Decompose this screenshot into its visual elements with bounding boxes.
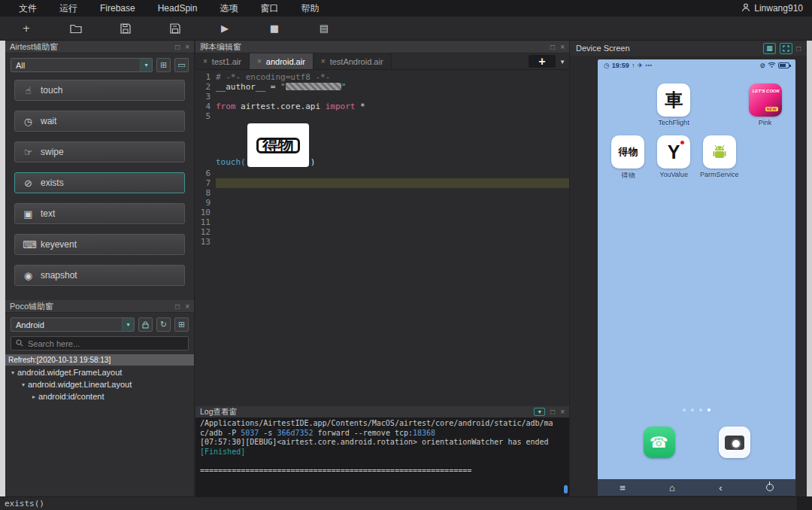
airtest-exists-button[interactable]: ⊘exists (14, 172, 185, 193)
dewu-app-icon[interactable]: 得物 (611, 135, 644, 168)
toolbar-new-script-button[interactable]: + (18, 21, 35, 36)
camera-app-icon[interactable] (719, 427, 750, 458)
editor-tab-testAndroid.air[interactable]: ×testAndroid.air (314, 53, 392, 69)
code-line[interactable]: 3 (195, 92, 569, 102)
code-line[interactable]: 4from airtest.core.api import * (195, 102, 569, 111)
code-line[interactable]: 8 (195, 188, 569, 198)
float-panel-icon[interactable]: □ (550, 43, 555, 51)
editor-tab-test1.air[interactable]: ×test1.air (195, 53, 250, 69)
code-line[interactable]: 13 (195, 237, 569, 247)
toolbar-save-button[interactable] (117, 21, 134, 36)
nav-back-icon[interactable]: ‹ (719, 482, 722, 493)
chevron-down-icon[interactable]: ▾ (8, 369, 17, 376)
close-panel-icon[interactable]: × (560, 408, 565, 416)
code-line[interactable]: 7 (195, 178, 569, 188)
float-panel-icon[interactable]: □ (175, 302, 180, 311)
phone-app-icon[interactable]: ☎ (644, 427, 675, 458)
airtest-keyevent-button[interactable]: ⌨keyevent (14, 234, 185, 255)
menu-item-6[interactable]: 帮助 (289, 0, 330, 17)
poco-refresh-row[interactable]: Refresh:[2020-10-13 19:58:13] (5, 354, 194, 366)
menu-item-4[interactable]: 选项 (208, 0, 249, 17)
app-android[interactable]: ParmService (697, 135, 743, 181)
code-line[interactable]: 11 (195, 217, 569, 227)
window-scrollbar-right[interactable] (807, 41, 812, 496)
toolbar-show-log-button[interactable]: ▤ (316, 21, 332, 36)
airtest-swipe-button[interactable]: ☞swipe (14, 141, 185, 162)
poco-mode-select[interactable]: Android ▾ (11, 317, 135, 332)
close-panel-icon[interactable]: × (560, 43, 565, 51)
close-panel-icon[interactable]: × (185, 43, 189, 51)
menu-item-2[interactable]: Firebase (89, 0, 147, 17)
log-output[interactable]: /Applications/AirtestIDE.app/Contents/Ma… (195, 417, 569, 496)
airtest-insert-snippet-button[interactable]: ⊞ (156, 58, 171, 72)
toolbar-save-as-button[interactable] (167, 21, 183, 36)
chevron-right-icon[interactable]: ▸ (29, 393, 38, 400)
airtest-filter-select[interactable]: All ▾ (11, 58, 153, 72)
new-tab-menu-icon[interactable]: ▾ (556, 53, 569, 69)
tree-node[interactable]: ▾android.widget.FrameLayout (5, 366, 194, 378)
app-tech[interactable]: 車TechFlight (651, 83, 697, 126)
nav-menu-icon[interactable]: ≡ (620, 482, 626, 493)
airtest-button-label: keyevent (41, 239, 77, 250)
menu-item-5[interactable]: 窗口 (249, 0, 289, 17)
pink-app-icon[interactable]: LET'S COOKNEW (749, 83, 782, 117)
poco-search-input[interactable]: Search here... (11, 336, 189, 351)
new-tab-button[interactable]: + (529, 55, 556, 68)
poco-refresh-button[interactable]: ↻ (156, 317, 171, 332)
menu-item-1[interactable]: 运行 (48, 0, 89, 17)
device-fullscreen-icon[interactable] (780, 43, 792, 54)
code-line[interactable]: 2__author__ = "" (195, 82, 569, 92)
chevron-down-icon[interactable]: ▾ (19, 381, 28, 388)
poco-lock-button[interactable] (138, 317, 153, 332)
resize-grip[interactable] (797, 497, 812, 510)
nav-power-icon[interactable] (766, 484, 774, 491)
airtest-touch-button[interactable]: ☝touch (14, 80, 185, 101)
toolbar-run-script-button[interactable]: ▶ (217, 21, 233, 36)
user-account[interactable]: Linwang910 (741, 3, 812, 14)
y-app-icon[interactable]: Y (657, 135, 690, 168)
float-panel-icon[interactable]: □ (796, 44, 801, 53)
app-pink[interactable]: LET'S COOKNEWPink (742, 83, 788, 126)
airtest-snapshot-button[interactable]: ◉snapshot (14, 265, 185, 286)
poco-helper-panel: Poco辅助窗 □ × Android ▾ ↻⊞ Search here... … (5, 300, 195, 496)
close-tab-icon[interactable]: × (321, 57, 326, 65)
tree-node[interactable]: ▸android:id/content (5, 390, 194, 402)
float-panel-icon[interactable]: □ (550, 408, 555, 416)
code-line[interactable]: 12 (195, 227, 569, 237)
airtest-open-snippet-button[interactable]: ▭ (174, 58, 189, 72)
close-panel-icon[interactable]: × (185, 302, 189, 311)
poco-detach-button[interactable]: ⊞ (174, 317, 189, 332)
code-line[interactable]: 9 (195, 198, 569, 208)
toolbar-stop-script-button[interactable]: ■ (266, 21, 283, 36)
tech-app-icon[interactable]: 車 (657, 83, 690, 117)
toolbar-open-script-button[interactable] (68, 21, 84, 36)
float-panel-icon[interactable]: □ (175, 43, 180, 51)
editor-tab-android.air[interactable]: ×android.air (250, 53, 314, 69)
template-image-thumbnail[interactable]: 得物 (247, 123, 309, 167)
airtest-wait-button[interactable]: ◷wait (14, 111, 185, 132)
code-line[interactable]: 10 (195, 208, 569, 217)
device-screen-mirror[interactable]: ◷ 19:59 ↑ ✈ ⋯ ⊘ 車TechFlightLET'S COOKNEW… (598, 59, 795, 496)
android-app-icon[interactable] (703, 135, 736, 168)
code-line-content: # -*- encoding=utf8 -*- (216, 72, 569, 82)
code-line[interactable]: touch(得物) (195, 121, 569, 168)
code-line[interactable]: 1# -*- encoding=utf8 -*- (195, 72, 569, 82)
menu-item-3[interactable]: HeadSpin (147, 0, 209, 17)
airtest-filter-value: All (11, 61, 140, 70)
device-keyboard-icon[interactable]: ▦ (763, 43, 776, 54)
log-scrollbar-thumb[interactable] (564, 485, 568, 493)
code-editor[interactable]: 1# -*- encoding=utf8 -*-2__author__ = ""… (195, 70, 569, 406)
nav-home-icon[interactable]: ⌂ (669, 482, 675, 493)
code-line[interactable]: 5 (195, 111, 569, 121)
code-line[interactable]: 6 (195, 168, 569, 178)
code-token: " (280, 82, 286, 92)
app-dewu[interactable]: 得物得物 (605, 135, 651, 181)
menu-item-0[interactable]: 文件 (8, 0, 48, 17)
close-tab-icon[interactable]: × (257, 57, 262, 65)
app-y[interactable]: YYouValue (651, 135, 697, 181)
log-filter-icon[interactable]: ▼ (534, 408, 545, 416)
log-segment: 18368 (413, 429, 435, 437)
airtest-text-button[interactable]: ▣text (14, 203, 185, 224)
close-tab-icon[interactable]: × (203, 57, 208, 65)
tree-node[interactable]: ▾android.widget.LinearLayout (5, 378, 194, 390)
